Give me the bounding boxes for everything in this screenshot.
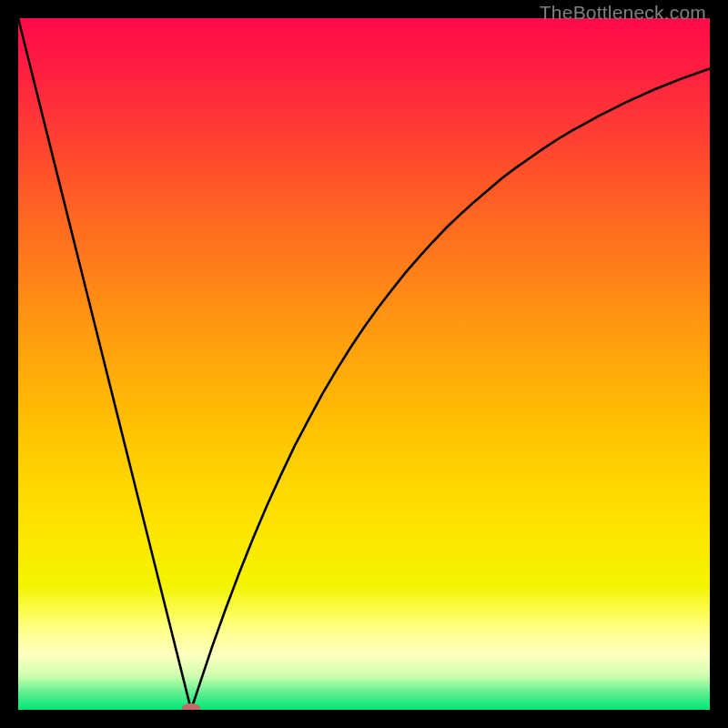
- chart-frame: [18, 18, 710, 710]
- watermark-text: TheBottleneck.com: [540, 2, 706, 24]
- bottleneck-chart: [18, 18, 710, 710]
- gradient-background: [18, 18, 710, 710]
